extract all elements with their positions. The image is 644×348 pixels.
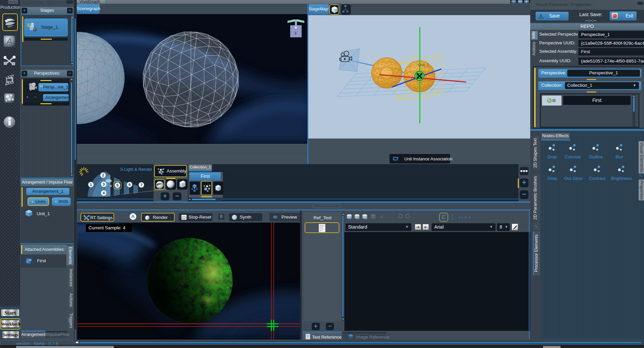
svg-text:3: 3 (103, 182, 105, 186)
svg-text:Drop: Drop (547, 154, 557, 159)
svg-text:4: 4 (103, 191, 105, 195)
svg-text:1: 1 (90, 183, 92, 187)
svg-text:6: 6 (129, 183, 131, 187)
svg-text:Unit_1: Unit_1 (418, 63, 429, 67)
svg-text:Outline: Outline (589, 154, 603, 159)
svg-text:Colorize: Colorize (565, 154, 581, 159)
svg-text:z: z (295, 31, 297, 35)
svg-text:7: 7 (140, 183, 142, 187)
svg-text:Blur: Blur (615, 154, 623, 159)
svg-text:Glow: Glow (547, 176, 557, 181)
svg-text:Out.Glow: Out.Glow (564, 176, 583, 181)
svg-text:Contrast: Contrast (589, 176, 606, 181)
svg-text:5: 5 (116, 183, 119, 187)
svg-text:2: 2 (102, 173, 104, 177)
svg-text:Brightness: Brightness (611, 176, 632, 181)
